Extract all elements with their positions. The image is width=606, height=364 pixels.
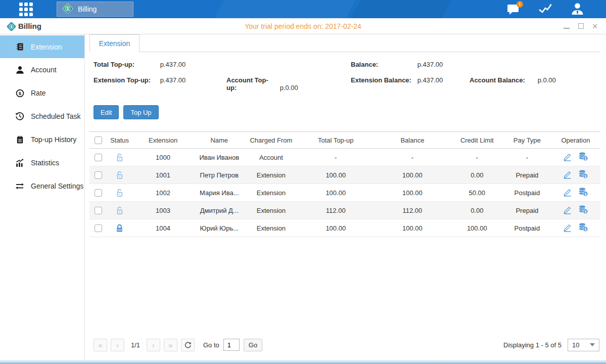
chevron-down-icon <box>590 343 595 346</box>
account-topup-field: Account Top-up: p.0.00 <box>226 76 351 92</box>
extension-balance-value: p.437.00 <box>417 76 443 84</box>
extension-topup-value: p.437.00 <box>160 76 186 84</box>
select-all-checkbox[interactable] <box>95 136 102 144</box>
history-clock-icon <box>15 112 24 121</box>
extension-balance-label: Extension Balance: <box>351 76 415 84</box>
sidebar: ExtensionAccount$RateScheduled TaskTop-u… <box>0 34 85 360</box>
topup-row-icon[interactable]: $ <box>578 152 588 163</box>
tab-extension[interactable]: Extension <box>89 34 139 52</box>
previous-page-button[interactable]: ‹ <box>111 339 124 351</box>
row-checkbox[interactable] <box>95 224 102 232</box>
cell-credit-limit: - <box>451 149 503 166</box>
stats-chart-icon <box>15 158 24 167</box>
last-page-button[interactable]: » <box>164 339 177 351</box>
row-select-cell <box>89 166 107 184</box>
edit-row-icon[interactable] <box>563 205 572 216</box>
sliders-icon <box>15 181 24 191</box>
total-topup-value: p.437.00 <box>160 61 186 68</box>
cell-charged-from: Extension <box>245 202 297 219</box>
pagination-bar: « ‹ 1/1 › » Go to Go Displaying 1 - 5 of… <box>89 337 600 360</box>
sidebar-item-topup-history[interactable]: Top-up History <box>0 128 84 151</box>
window-bottom-edge <box>0 360 606 364</box>
goto-page-input[interactable] <box>223 339 240 351</box>
status-locked-lock-icon <box>107 219 132 237</box>
topup-row-icon[interactable]: $ <box>578 205 588 216</box>
edit-row-icon[interactable] <box>563 187 572 198</box>
sidebar-item-scheduled-task[interactable]: Scheduled Task <box>0 105 84 128</box>
cell-extension: 1001 <box>132 166 194 184</box>
goto-label: Go to <box>203 341 219 349</box>
total-topup-label: Total Top-up: <box>94 61 158 68</box>
column-header-credit-limit: Credit Limit <box>451 132 503 149</box>
column-header-status: Status <box>107 132 132 149</box>
cell-balance: 100.00 <box>374 184 451 202</box>
topup-row-icon[interactable]: $ <box>578 169 588 180</box>
extension-balance-field: Extension Balance: p.437.00 <box>351 76 470 92</box>
row-checkbox[interactable] <box>95 207 102 214</box>
close-button[interactable]: × <box>591 22 599 30</box>
extension-table: StatusExtensionNameCharged FromTotal Top… <box>89 131 600 237</box>
row-checkbox[interactable] <box>95 189 102 197</box>
total-topup-field: Total Top-up: p.437.00 <box>94 61 226 68</box>
status-unlocked-lock-icon <box>107 184 132 202</box>
edit-button[interactable]: Edit <box>94 105 119 119</box>
cell-charged-from: Extension <box>245 184 297 202</box>
cell-total-topup: 100.00 <box>297 166 374 184</box>
app-launcher-icon[interactable] <box>19 3 33 16</box>
cell-operation: $ <box>551 149 600 166</box>
column-header-total-top-up: Total Top-up <box>297 132 374 149</box>
sidebar-item-label: Extension <box>31 43 62 51</box>
row-checkbox[interactable] <box>95 171 102 179</box>
topup-row-icon[interactable]: $ <box>578 187 588 198</box>
row-checkbox[interactable] <box>95 154 102 161</box>
table-row-extension-1004: 1004Юрий Юрь...Extension100.00100.00100.… <box>89 219 600 237</box>
first-page-button[interactable]: « <box>94 339 107 351</box>
cell-balance: 100.00 <box>374 219 451 237</box>
refresh-button[interactable] <box>181 339 195 351</box>
cell-charged-from: Extension <box>245 219 297 237</box>
balance-value: p.437.00 <box>417 61 443 68</box>
cell-pay-type: Postpaid <box>503 184 551 202</box>
billing-summary: Total Top-up: p.437.00 Balance: p.437.00… <box>89 61 600 92</box>
account-balance-label: Account Balance: <box>470 76 536 84</box>
cell-pay-type: Prepaid <box>503 166 551 184</box>
sidebar-item-label: Top-up History <box>31 135 76 144</box>
taskbar-tab-billing[interactable]: $ Billing <box>57 2 133 17</box>
row-select-cell <box>89 184 107 202</box>
extension-topup-field: Extension Top-up: p.437.00 <box>94 76 226 92</box>
table-row-extension-1003: 1003Дмитрий Д...Extension112.00112.000.0… <box>89 202 600 219</box>
edit-row-icon[interactable] <box>563 222 572 234</box>
sidebar-item-label: Scheduled Task <box>31 112 81 120</box>
cell-name: Дмитрий Д... <box>194 202 245 219</box>
row-select-cell <box>89 202 107 219</box>
page-size-select[interactable]: 10 <box>568 339 599 351</box>
edit-row-icon[interactable] <box>563 169 572 180</box>
account-balance-value: p.0.00 <box>538 76 556 84</box>
table-row-extension-1002: 1002Мария Ива...Extension100.00100.0050.… <box>89 184 600 202</box>
sidebar-item-statistics[interactable]: Statistics <box>0 151 84 174</box>
minimize-button[interactable] <box>563 22 571 30</box>
sidebar-item-rate[interactable]: $Rate <box>0 81 84 105</box>
page-size-value: 10 <box>572 341 579 349</box>
cell-operation: $ <box>551 166 600 184</box>
sidebar-item-account[interactable]: Account <box>0 58 84 81</box>
balance-field: Balance: p.437.00 <box>351 61 470 68</box>
notepad-icon <box>15 135 24 144</box>
resource-monitor-icon[interactable] <box>538 3 553 16</box>
svg-text:$: $ <box>10 24 13 29</box>
column-header-balance: Balance <box>374 132 451 149</box>
cell-credit-limit: 100.00 <box>451 219 503 237</box>
next-page-button[interactable]: › <box>147 339 160 351</box>
account-topup-label: Account Top-up: <box>226 76 278 92</box>
sidebar-item-general-settings[interactable]: General Settings <box>0 174 84 198</box>
topup-row-icon[interactable]: $ <box>578 222 588 234</box>
maximize-button[interactable] <box>577 22 585 30</box>
displaying-text: Displaying 1 - 5 of 5 <box>503 341 562 349</box>
go-button[interactable]: Go <box>244 339 262 351</box>
dollar-circle-icon: $ <box>15 88 24 98</box>
user-account-icon[interactable] <box>570 3 585 16</box>
notifications-icon[interactable]: ! <box>506 3 521 16</box>
sidebar-item-extension[interactable]: Extension <box>0 35 84 58</box>
top-up-button[interactable]: Top Up <box>123 105 158 119</box>
edit-row-icon[interactable] <box>563 152 572 163</box>
